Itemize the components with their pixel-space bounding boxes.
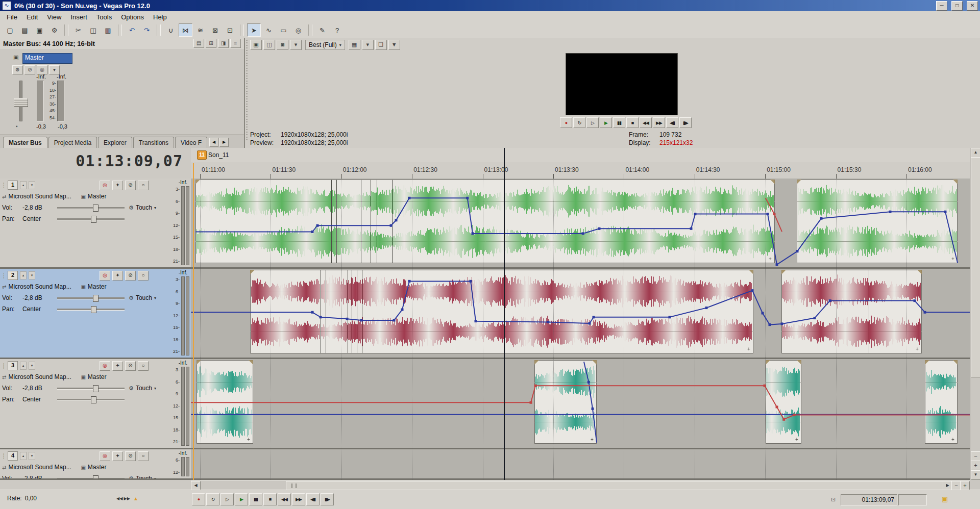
play-button[interactable]: ▶ <box>235 493 248 505</box>
marker-bar[interactable]: 11 Son_11 <box>191 148 970 163</box>
titlebar[interactable]: ∿ 0% (30 of 30) - Son Nu.veg - Vegas Pro… <box>0 0 980 11</box>
overlay-dropdown-icon[interactable]: ▾ <box>290 40 302 50</box>
track-header-4[interactable]: ┆4▴▾◎✦⊘○⇄Microsoft Sound Map...▣MasterVo… <box>0 449 191 480</box>
play-button[interactable]: ▶ <box>600 117 612 128</box>
automation-settings-icon[interactable]: ⚙ <box>129 205 134 211</box>
track-fx-button[interactable]: ✦ <box>112 451 123 461</box>
go-to-end-button[interactable]: ▶▶ <box>653 117 665 128</box>
playback-cursor[interactable] <box>504 148 505 480</box>
horizontal-scrollbar[interactable]: ◀ ▶ − + <box>191 480 970 490</box>
mute-button[interactable]: ⊘ <box>125 451 136 461</box>
record-input-icon[interactable]: ⇄ <box>2 374 6 380</box>
pan-slider[interactable] <box>57 396 125 402</box>
menu-file[interactable]: File <box>2 12 22 22</box>
insert-assignable-fx-icon[interactable]: ⊞ <box>206 39 216 48</box>
scroll-up-button[interactable]: ▲ <box>971 148 980 158</box>
tab-scroll-right-icon[interactable]: ▶ <box>219 138 229 147</box>
ignore-event-grouping-button[interactable]: ⊡ <box>223 23 237 37</box>
bus-assign-icon[interactable]: ▣ <box>81 284 85 290</box>
insert-bus-icon[interactable]: ▤ <box>193 39 204 48</box>
arm-record-button[interactable]: ◎ <box>100 181 110 190</box>
previous-frame-button[interactable]: ◀▮ <box>666 117 678 128</box>
tab-video-f[interactable]: Video F <box>175 137 207 148</box>
volume-value[interactable]: -2,8 dB <box>22 294 55 301</box>
normal-edit-tool-button[interactable]: ➤ <box>247 23 261 37</box>
solo-button[interactable]: ○ <box>138 181 149 190</box>
menu-edit[interactable]: Edit <box>22 12 42 22</box>
volume-value[interactable]: -2,8 dB <box>22 204 55 211</box>
volume-slider[interactable] <box>57 205 125 211</box>
lock-envelopes-button[interactable]: ⊠ <box>208 23 222 37</box>
minimize-button[interactable]: ─ <box>936 1 947 11</box>
tab-explorer[interactable]: Explorer <box>98 137 132 148</box>
scroll-left-button[interactable]: ◀ <box>191 481 201 490</box>
record-input-icon[interactable]: ⇄ <box>2 194 6 199</box>
master-fader-handle[interactable] <box>14 98 28 107</box>
horizontal-scroll-thumb[interactable] <box>286 481 943 490</box>
project-properties-button[interactable]: ⚙ <box>47 23 61 37</box>
track-fx-button[interactable]: ✦ <box>112 361 123 371</box>
split-screen-view-icon[interactable]: ▦ <box>349 40 360 50</box>
track-lane-4[interactable] <box>191 449 970 480</box>
track-drag-handle-icon[interactable]: ┆ <box>2 273 6 278</box>
solo-button[interactable]: ○ <box>138 361 149 371</box>
pencil-tool-button[interactable]: ✎ <box>315 23 329 37</box>
rate-scrub-control[interactable]: ◀◀ ▶▶ <box>116 496 130 501</box>
cut-button[interactable]: ✂ <box>71 23 85 37</box>
mixer-properties-icon[interactable]: ≡ <box>230 39 241 48</box>
record-button[interactable]: ● <box>560 117 572 128</box>
envelope-edit-tool-button[interactable]: ∿ <box>262 23 276 37</box>
track-drag-handle-icon[interactable]: ┆ <box>2 183 6 188</box>
bus-name[interactable]: Master <box>88 193 107 200</box>
track-maximize-icon[interactable]: ▾ <box>29 452 35 460</box>
pan-slider[interactable] <box>57 306 125 312</box>
paste-button[interactable]: ▥ <box>101 23 115 37</box>
track-lane-1[interactable] <box>191 179 970 269</box>
status-timecode[interactable]: 01:13:09,07 <box>841 494 897 505</box>
tab-scroll-left-icon[interactable]: ◀ <box>209 138 218 147</box>
new-project-button[interactable]: ▢ <box>3 23 17 37</box>
auto-ripple-button[interactable]: ≋ <box>193 23 207 37</box>
previous-frame-button[interactable]: ◀▮ <box>306 493 320 505</box>
vertical-zoom-in-button[interactable]: + <box>971 461 980 470</box>
stop-button[interactable]: ■ <box>263 493 277 505</box>
video-properties-icon[interactable]: ▣ <box>250 40 262 50</box>
track-2-envelopes[interactable] <box>191 269 970 358</box>
pause-button[interactable]: ▮▮ <box>613 117 625 128</box>
track-maximize-icon[interactable]: ▾ <box>29 181 35 189</box>
maximize-button[interactable]: □ <box>951 1 963 11</box>
track-3-envelopes[interactable] <box>191 359 970 448</box>
track-maximize-icon[interactable]: ▾ <box>29 362 35 370</box>
volume-slider[interactable] <box>57 475 125 480</box>
track-minimize-icon[interactable]: ▴ <box>20 452 27 460</box>
tab-transitions[interactable]: Transitions <box>133 137 174 148</box>
track-minimize-icon[interactable]: ▴ <box>20 271 27 279</box>
track-drag-handle-icon[interactable]: ┆ <box>2 453 6 459</box>
arm-record-button[interactable]: ◎ <box>100 361 110 371</box>
volume-value[interactable]: -2.8 dB <box>22 475 55 480</box>
external-monitor-icon[interactable]: ◫ <box>263 40 275 50</box>
track-fx-button[interactable]: ✦ <box>112 271 123 281</box>
preview-quality-dropdown[interactable]: Best (Full) ▾ <box>305 40 345 50</box>
track-maximize-icon[interactable]: ▾ <box>29 271 35 279</box>
bus-name[interactable]: Master <box>88 373 107 380</box>
chevron-down-icon[interactable]: ▾ <box>154 296 156 300</box>
automation-settings-icon[interactable]: ⚙ <box>129 385 134 392</box>
chevron-down-icon[interactable]: ▾ <box>154 386 156 391</box>
track-minimize-icon[interactable]: ▴ <box>20 362 27 370</box>
chevron-down-icon[interactable]: ▾ <box>154 206 156 210</box>
split-screen-dropdown-icon[interactable]: ▾ <box>362 40 374 50</box>
go-to-start-button[interactable]: ◀◀ <box>278 493 291 505</box>
automation-mode-button[interactable]: Touch <box>136 294 152 301</box>
track-minimize-icon[interactable]: ▴ <box>20 181 27 189</box>
master-strip-name[interactable]: Master <box>22 53 72 64</box>
track-lane-2[interactable] <box>191 269 970 359</box>
track-fx-button[interactable]: ✦ <box>112 181 123 190</box>
save-button[interactable]: ▣ <box>33 23 46 37</box>
next-frame-button[interactable]: ▮▶ <box>321 493 334 505</box>
bus-assign-icon[interactable]: ▣ <box>81 194 85 199</box>
stop-button[interactable]: ■ <box>626 117 639 128</box>
solo-button[interactable]: ○ <box>138 271 149 281</box>
time-ruler[interactable]: 01:11:0001:11:3001:12:0001:12:3001:13:00… <box>191 162 970 179</box>
zoom-edit-tool-button[interactable]: ◎ <box>291 23 305 37</box>
